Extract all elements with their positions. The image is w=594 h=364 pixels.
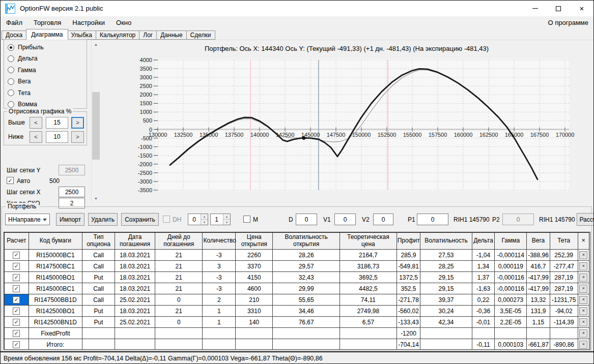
v1-input[interactable]: 0	[334, 214, 356, 225]
cell[interactable]: 3186,73	[340, 261, 397, 272]
table-row[interactable]: ✓RI147500BC1Call18.03.2021213337029,5731…	[5, 261, 589, 272]
menu-window[interactable]: Окно	[110, 16, 137, 29]
minimize-button[interactable]	[523, 1, 547, 16]
column-header[interactable]: Дата погашения	[115, 233, 155, 250]
cell[interactable]: -271,78	[397, 294, 420, 306]
cell[interactable]: -0,000114	[495, 250, 527, 261]
cell[interactable]: -890,86	[550, 339, 578, 350]
column-header[interactable]: Количество	[203, 233, 236, 250]
v2-input[interactable]: 0	[373, 214, 393, 225]
table-row[interactable]: ✓RI150000BC1Call18.03.202121-3226028,262…	[5, 250, 589, 261]
cell[interactable]: -417,99	[527, 272, 550, 283]
p2-input[interactable]: 0	[502, 214, 534, 225]
cell[interactable]: 140	[236, 317, 273, 328]
cell[interactable]: 1	[203, 317, 236, 328]
tab-calculator[interactable]: Калькулятор	[96, 31, 139, 40]
p1-input[interactable]: 0	[417, 214, 448, 225]
cell[interactable]	[82, 339, 115, 350]
direction-select[interactable]: ННаправле	[5, 214, 50, 225]
table-row[interactable]: ✓RI142500BO1Put18.03.2021211331034,46274…	[5, 306, 589, 317]
tab-log[interactable]: Лог	[139, 31, 157, 40]
dh-checkbox[interactable]	[163, 216, 170, 223]
below-decrease-button[interactable]: <	[30, 131, 42, 143]
cell[interactable]: 352,5	[397, 283, 420, 294]
cell[interactable]: RI147500BC1	[29, 261, 82, 272]
cell[interactable]	[273, 328, 340, 339]
cell[interactable]: RI150000BC1	[29, 250, 82, 261]
spin-up-icon[interactable]: ▲	[201, 214, 208, 219]
cell[interactable]	[550, 328, 578, 339]
cell[interactable]: -0,000116	[495, 272, 527, 283]
row-checkbox[interactable]: ✓	[13, 330, 20, 337]
cell[interactable]: FixedProfit	[29, 328, 82, 339]
cell[interactable]: -94,02	[550, 306, 578, 317]
cell[interactable]	[115, 328, 155, 339]
table-row[interactable]: ✓RI145000BC1Call18.03.202121-3460029,994…	[5, 283, 589, 294]
cell[interactable]	[236, 328, 273, 339]
calculate-button[interactable]: Рассчи	[577, 213, 594, 226]
cell[interactable]: Put	[82, 306, 115, 317]
cell[interactable]: 3370	[236, 261, 273, 272]
cell[interactable]: 6,57	[340, 317, 397, 328]
table-row[interactable]: ✓RI145000BO1Put18.03.202121-3415032,4336…	[5, 272, 589, 283]
cell[interactable]: 2,2E-05	[495, 317, 527, 328]
dh-spinner-1[interactable]: 0 ▲▼	[188, 214, 208, 225]
column-header[interactable]: Код бумаги	[29, 233, 82, 250]
cell[interactable]: 21	[155, 250, 203, 261]
cell[interactable]: 29,15	[420, 272, 472, 283]
panel-scrollbar[interactable]: ▲ ▼	[91, 40, 100, 203]
table-row[interactable]: ✓FixedProfit-1200×	[5, 328, 589, 339]
tab-data[interactable]: Данные	[157, 31, 186, 40]
cell[interactable]: 3	[203, 261, 236, 272]
cell[interactable]: Call	[82, 283, 115, 294]
cell[interactable]: 285,9	[397, 250, 420, 261]
row-delete-button[interactable]: ×	[579, 341, 587, 349]
column-header[interactable]: Вега	[527, 233, 550, 250]
row-delete-button[interactable]: ×	[579, 285, 587, 293]
column-header[interactable]: Гамма	[495, 233, 527, 250]
cell[interactable]: 34,46	[273, 306, 340, 317]
calc-checkbox-cell[interactable]: ✓	[5, 294, 29, 306]
calc-checkbox-cell[interactable]: ✓	[5, 306, 29, 317]
d-input[interactable]: 0	[296, 214, 317, 225]
cell[interactable]: -417,99	[527, 283, 550, 294]
column-header[interactable]: ×	[578, 233, 589, 250]
radio-gamma[interactable]: Гамма	[8, 66, 36, 75]
cell[interactable]: -0,11	[472, 339, 495, 350]
above-value[interactable]: 15	[46, 117, 68, 129]
column-header[interactable]: Дельта	[472, 233, 495, 250]
cell[interactable]: Итого:	[29, 339, 82, 350]
cell[interactable]: -661,87	[527, 339, 550, 350]
cell[interactable]: -277,47	[550, 261, 578, 272]
row-checkbox[interactable]: ✓	[13, 296, 20, 304]
cell[interactable]: Put	[82, 272, 115, 283]
cell[interactable]: 0,000273	[495, 294, 527, 306]
cell[interactable]: -549,81	[397, 261, 420, 272]
below-value[interactable]: 10	[46, 131, 68, 143]
cell[interactable]	[495, 328, 527, 339]
cell[interactable]: 416,7	[527, 261, 550, 272]
import-button[interactable]: Импорт	[56, 213, 84, 226]
cell[interactable]	[155, 328, 203, 339]
scroll-thumb[interactable]	[92, 92, 100, 160]
cell[interactable]: 2260	[236, 250, 273, 261]
cell[interactable]: 21	[155, 261, 203, 272]
row-checkbox[interactable]: ✓	[13, 274, 20, 281]
cell[interactable]: 210	[236, 294, 273, 306]
cell[interactable]: 252,39	[550, 250, 578, 261]
cell[interactable]	[155, 339, 203, 350]
cell[interactable]: -1,04	[472, 250, 495, 261]
cell[interactable]: 18.03.2021	[115, 272, 155, 283]
cell[interactable]: -114,39	[550, 317, 578, 328]
cell[interactable]: -0,01	[472, 317, 495, 328]
cell[interactable]: 21	[155, 306, 203, 317]
tab-board[interactable]: Доска	[2, 31, 26, 40]
cell[interactable]	[115, 339, 155, 350]
column-header[interactable]: Расчет	[5, 233, 29, 250]
cell[interactable]: 18.03.2021	[115, 306, 155, 317]
table-row[interactable]: ✓RI142500BN1DPut25.02.20210114076,676,57…	[5, 317, 589, 328]
cell[interactable]: -0,36	[472, 306, 495, 317]
cell[interactable]: RI142500BN1D	[29, 317, 82, 328]
cell[interactable]: Call	[82, 261, 115, 272]
cell[interactable]: Put	[82, 317, 115, 328]
